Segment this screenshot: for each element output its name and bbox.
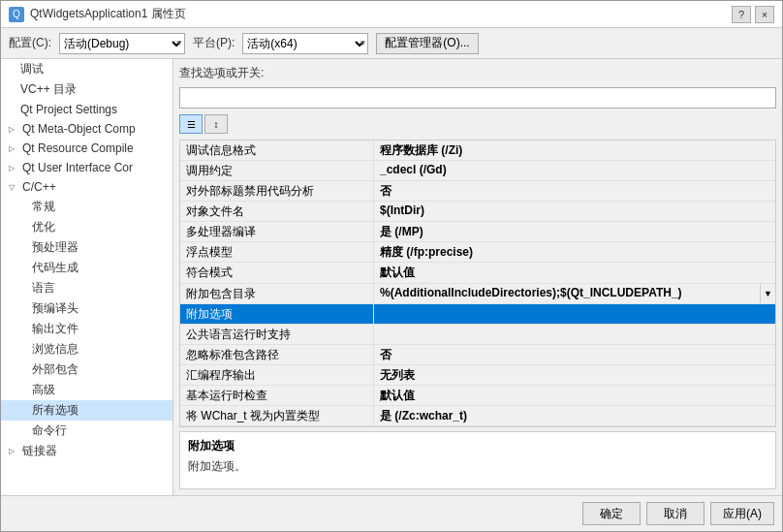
description-panel: 附加选项 附加选项。 — [179, 431, 776, 489]
sidebar-item-cpp[interactable]: ▽ C/C++ — [1, 177, 172, 197]
prop-name: 多处理器编译 — [180, 222, 374, 241]
sidebar-item-qt-proj[interactable]: Qt Project Settings — [1, 100, 172, 119]
sidebar-item-pch[interactable]: 预编译头 — [1, 298, 172, 319]
table-row[interactable]: 符合模式 默认值 — [180, 263, 775, 283]
prop-name: 浮点模型 — [180, 242, 374, 262]
prop-value: 否 — [374, 181, 775, 201]
prop-toolbar: ☰ ↕ — [179, 114, 776, 134]
prop-value: 默认值 — [374, 263, 775, 282]
sidebar-item-language[interactable]: 语言 — [1, 278, 172, 298]
prop-value: %(AdditionalIncludeDirectories);$(Qt_INC… — [374, 284, 775, 303]
expand-arrow-icon: ▷ — [9, 164, 18, 172]
sidebar-item-label: 命令行 — [32, 422, 67, 439]
table-row[interactable]: 基本运行时检查 默认值 — [180, 386, 775, 406]
sidebar-item-label: 输出文件 — [32, 321, 78, 337]
sidebar-item-qt-ui[interactable]: ▷ Qt User Interface Cor — [1, 158, 172, 177]
sidebar-item-label: 所有选项 — [32, 402, 78, 419]
table-row[interactable]: 附加包含目录 %(AdditionalIncludeDirectories);$… — [180, 284, 775, 304]
sidebar-item-qt-resource[interactable]: ▷ Qt Resource Compile — [1, 139, 172, 158]
prop-name: 调用约定 — [180, 161, 374, 180]
prop-list-view-button[interactable]: ☰ — [179, 114, 203, 134]
sidebar-item-label: Qt User Interface Cor — [22, 161, 133, 174]
window-title: QtWidgetsApplication1 属性页 — [30, 6, 186, 22]
prop-sort-button[interactable]: ↕ — [204, 114, 228, 134]
prop-name: 对外部标题禁用代码分析 — [180, 181, 374, 201]
expand-arrow-icon: ▷ — [9, 125, 18, 134]
help-button[interactable]: ? — [732, 6, 751, 23]
right-panel: 查找选项或开关: ☰ ↕ 调试信息格式 程序数据库 (/Zi) 调用约 — [173, 59, 782, 495]
apply-button[interactable]: 应用(A) — [710, 502, 774, 525]
main-window: Q QtWidgetsApplication1 属性页 ? × 配置(C): 活… — [0, 0, 783, 532]
expand-arrow-icon: ▷ — [9, 447, 18, 455]
config-manager-button[interactable]: 配置管理器(O)... — [376, 33, 478, 54]
prop-value — [374, 325, 775, 344]
sidebar-item-label: Qt Project Settings — [20, 103, 117, 116]
cancel-button[interactable]: 取消 — [646, 502, 705, 525]
sidebar-item-label: 预编译头 — [32, 300, 78, 317]
prop-value — [374, 304, 775, 324]
sidebar-item-label: 调试 — [20, 61, 44, 78]
prop-value: 否 — [374, 345, 775, 364]
sidebar-item-browse[interactable]: 浏览信息 — [1, 339, 172, 360]
table-row[interactable]: 公共语言运行时支持 — [180, 325, 775, 345]
sidebar-item-all-options[interactable]: 所有选项 — [1, 400, 172, 421]
prop-value: 精度 (/fp:precise) — [374, 242, 775, 262]
title-bar: Q QtWidgetsApplication1 属性页 ? × — [1, 1, 782, 28]
toolbar: 配置(C): 活动(Debug) Debug Release ▼ 平台(P): … — [1, 28, 782, 59]
ok-button[interactable]: 确定 — [582, 502, 641, 525]
prop-value: 默认值 — [374, 386, 775, 405]
prop-name: 将 WChar_t 视为内置类型 — [180, 406, 374, 425]
sidebar-item-label: 高级 — [32, 382, 55, 398]
prop-name: 调试信息格式 — [180, 141, 374, 160]
sidebar-item-qt-meta[interactable]: ▷ Qt Meta-Object Comp — [1, 119, 172, 139]
prop-table-scroll: 调试信息格式 程序数据库 (/Zi) 调用约定 _cdecl (/Gd) 对外部… — [180, 141, 775, 426]
sidebar-item-preproc[interactable]: 预处理器 — [1, 237, 172, 258]
prop-value: $(IntDir) — [374, 202, 775, 221]
prop-name: 基本运行时检查 — [180, 386, 374, 405]
platform-select[interactable]: 活动(x64) x64 x86 — [242, 33, 368, 54]
close-button[interactable]: × — [755, 6, 774, 23]
table-row[interactable]: 调试信息格式 程序数据库 (/Zi) — [180, 141, 775, 161]
sidebar-item-label: Qt Resource Compile — [22, 141, 134, 155]
sidebar-item-label: 预处理器 — [32, 239, 78, 256]
sidebar-item-external[interactable]: 外部包含 — [1, 360, 172, 380]
table-row[interactable]: 附加选项 — [180, 304, 775, 325]
footer-buttons: 确定 取消 应用(A) — [1, 495, 782, 531]
search-label: 查找选项或开关: — [179, 65, 776, 81]
table-row[interactable]: 将 WChar_t 视为内置类型 是 (/Zc:wchar_t) — [180, 406, 775, 426]
sidebar-item-debug[interactable]: 调试 — [1, 59, 172, 79]
config-select[interactable]: 活动(Debug) Debug Release — [59, 33, 185, 54]
sidebar-item-general[interactable]: 常规 — [1, 197, 172, 217]
sidebar-item-codegen[interactable]: 代码生成 — [1, 258, 172, 278]
sidebar-item-vc-dirs[interactable]: VC++ 目录 — [1, 79, 172, 100]
sidebar-item-output[interactable]: 输出文件 — [1, 319, 172, 339]
main-content: 调试 VC++ 目录 Qt Project Settings ▷ Qt Meta… — [1, 59, 782, 495]
table-row[interactable]: 对象文件名 $(IntDir) — [180, 202, 775, 222]
sidebar-item-linker[interactable]: ▷ 链接器 — [1, 441, 172, 461]
sidebar-item-optimize[interactable]: 优化 — [1, 217, 172, 237]
sidebar-item-cmdline[interactable]: 命令行 — [1, 421, 172, 441]
description-title: 附加选项 — [188, 438, 767, 454]
table-row[interactable]: 浮点模型 精度 (/fp:precise) — [180, 242, 775, 263]
prop-name: 汇编程序输出 — [180, 365, 374, 385]
description-text: 附加选项。 — [188, 458, 767, 475]
platform-select-wrapper: 活动(x64) x64 x86 ▼ — [242, 33, 368, 54]
search-input[interactable] — [179, 87, 776, 109]
table-row[interactable]: 忽略标准包含路径 否 — [180, 345, 775, 365]
table-row[interactable]: 汇编程序输出 无列表 — [180, 365, 775, 386]
prop-name: 附加包含目录 — [180, 284, 374, 303]
prop-name: 公共语言运行时支持 — [180, 325, 374, 344]
prop-value: 程序数据库 (/Zi) — [374, 141, 775, 160]
sidebar-item-advanced[interactable]: 高级 — [1, 380, 172, 400]
sidebar-item-label: 链接器 — [22, 443, 57, 459]
table-row[interactable]: 多处理器编译 是 (/MP) — [180, 222, 775, 242]
expand-arrow-icon: ▷ — [9, 144, 18, 153]
table-row[interactable]: 对外部标题禁用代码分析 否 — [180, 181, 775, 202]
prop-name: 附加选项 — [180, 304, 374, 324]
prop-table-wrapper: 调试信息格式 程序数据库 (/Zi) 调用约定 _cdecl (/Gd) 对外部… — [179, 140, 776, 427]
sidebar-item-label: 外部包含 — [32, 361, 78, 378]
dropdown-arrow-icon[interactable]: ▼ — [760, 284, 775, 303]
prop-value: 无列表 — [374, 365, 775, 385]
sidebar: 调试 VC++ 目录 Qt Project Settings ▷ Qt Meta… — [1, 59, 173, 495]
table-row[interactable]: 调用约定 _cdecl (/Gd) — [180, 161, 775, 181]
